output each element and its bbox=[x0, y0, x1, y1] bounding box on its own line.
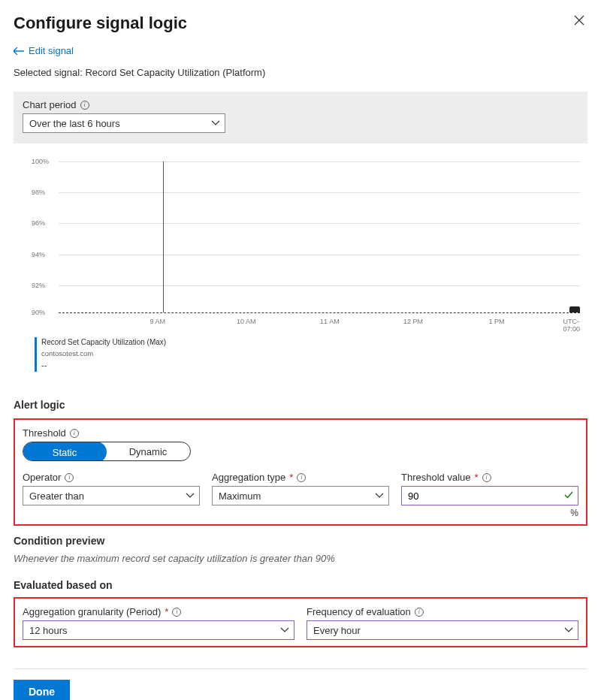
chevron-down-icon bbox=[375, 493, 384, 499]
chart-period-select[interactable]: Over the last 6 hours bbox=[23, 113, 225, 133]
chart-time-marker bbox=[163, 161, 164, 312]
y-tick: 90% bbox=[32, 309, 45, 316]
required-asterisk: * bbox=[475, 472, 479, 483]
close-icon bbox=[574, 15, 584, 26]
operator-value: Greater than bbox=[29, 490, 84, 502]
aggregation-type-select[interactable]: Maximum bbox=[212, 486, 389, 505]
legend-series-name: Record Set Capacity Utilization (Max) bbox=[41, 337, 166, 348]
chart-period-value: Over the last 6 hours bbox=[29, 118, 120, 129]
info-icon[interactable]: i bbox=[172, 608, 181, 617]
aggregation-type-value: Maximum bbox=[219, 490, 261, 502]
chevron-down-icon bbox=[564, 627, 573, 633]
edit-signal-label: Edit signal bbox=[29, 45, 74, 56]
legend-series-value: -- bbox=[41, 360, 166, 372]
metric-chart: 100% 98% 96% 94% 92% 90% 9 AM 10 AM 11 A… bbox=[14, 157, 587, 382]
x-tick: 11 AM bbox=[320, 318, 340, 325]
alert-logic-highlight-box: Threshold i Static Dynamic Operator i Gr… bbox=[14, 418, 587, 526]
page-title: Configure signal logic bbox=[14, 14, 187, 33]
threshold-unit: % bbox=[401, 508, 578, 518]
required-asterisk: * bbox=[289, 472, 293, 483]
edit-signal-link[interactable]: Edit signal bbox=[14, 45, 587, 56]
threshold-value-input[interactable] bbox=[401, 486, 578, 505]
chevron-down-icon bbox=[280, 627, 289, 633]
required-asterisk: * bbox=[165, 606, 168, 617]
aggregation-granularity-value: 12 hours bbox=[29, 625, 68, 636]
y-tick: 100% bbox=[32, 158, 49, 165]
threshold-value-label: Threshold value bbox=[401, 472, 471, 483]
y-tick: 96% bbox=[32, 219, 45, 227]
frequency-label: Frequency of evaluation bbox=[307, 606, 411, 617]
info-icon[interactable]: i bbox=[297, 473, 306, 482]
evaluated-based-on-title: Evaluated based on bbox=[14, 579, 587, 591]
legend-series-sub: contosotest.com bbox=[41, 348, 166, 359]
frequency-select[interactable]: Every hour bbox=[307, 620, 578, 640]
alert-logic-title: Alert logic bbox=[14, 399, 587, 411]
x-tick: 1 PM bbox=[488, 318, 504, 325]
chart-period-label: Chart period bbox=[23, 99, 77, 110]
chart-period-panel: Chart period i Over the last 6 hours bbox=[14, 92, 587, 143]
x-tick: 9 AM bbox=[150, 318, 166, 325]
selected-signal-text: Selected signal: Record Set Capacity Uti… bbox=[14, 67, 587, 78]
check-icon bbox=[563, 490, 574, 500]
chevron-down-icon bbox=[186, 493, 195, 499]
chart-legend: Record Set Capacity Utilization (Max) co… bbox=[35, 337, 580, 376]
chevron-down-icon bbox=[211, 120, 220, 126]
info-icon[interactable]: i bbox=[65, 473, 74, 482]
footer-divider bbox=[14, 668, 587, 669]
y-tick: 94% bbox=[32, 251, 45, 258]
x-tick: 10 AM bbox=[237, 318, 256, 325]
info-icon[interactable]: i bbox=[80, 101, 89, 110]
legend-color-bar bbox=[35, 337, 37, 372]
threshold-label: Threshold bbox=[23, 427, 66, 439]
threshold-toggle[interactable]: Static Dynamic bbox=[23, 442, 191, 461]
y-tick: 98% bbox=[32, 189, 45, 196]
condition-preview-title: Condition preview bbox=[14, 535, 587, 547]
aggregation-granularity-label: Aggregation granularity (Period) bbox=[23, 606, 161, 617]
info-icon[interactable]: i bbox=[415, 608, 424, 617]
operator-select[interactable]: Greater than bbox=[23, 486, 200, 505]
info-icon[interactable]: i bbox=[482, 473, 491, 482]
info-icon[interactable]: i bbox=[70, 429, 79, 438]
close-button[interactable] bbox=[571, 14, 587, 27]
aggregation-granularity-select[interactable]: 12 hours bbox=[23, 620, 294, 640]
x-tick-tz: UTC-07:00 bbox=[563, 318, 580, 333]
evaluated-based-on-highlight-box: Aggregation granularity (Period) * i 12 … bbox=[14, 597, 587, 647]
done-button[interactable]: Done bbox=[14, 680, 70, 700]
condition-preview-text: Whenever the maximum record set capacity… bbox=[14, 553, 587, 564]
y-tick: 92% bbox=[32, 282, 45, 289]
aggregation-type-label: Aggregation type bbox=[212, 472, 285, 483]
operator-label: Operator bbox=[23, 472, 61, 483]
toggle-static[interactable]: Static bbox=[23, 442, 107, 461]
toggle-dynamic[interactable]: Dynamic bbox=[106, 442, 190, 460]
arrow-left-icon bbox=[14, 47, 24, 55]
chart-data-bar bbox=[569, 306, 580, 312]
frequency-value: Every hour bbox=[313, 625, 361, 636]
x-tick: 12 PM bbox=[403, 318, 423, 325]
